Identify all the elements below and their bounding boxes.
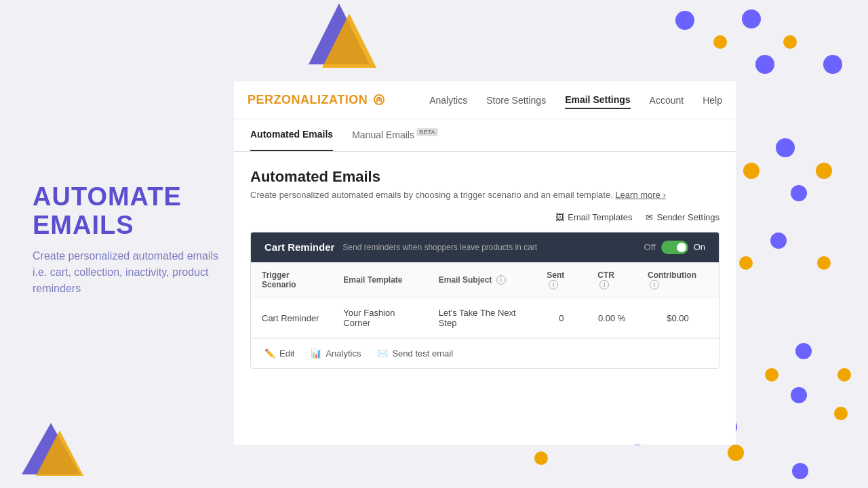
bottom-logo (19, 420, 83, 478)
card-footer: ✏️ Edit 📊 Analytics ✉️ Send test email (251, 338, 719, 368)
navbar: PERZONALIZATION Analytics Store Settings… (234, 81, 736, 119)
nav-help[interactable]: Help (703, 92, 722, 108)
send-test-icon: ✉️ (377, 348, 388, 359)
nav-logo: PERZONALIZATION (248, 93, 384, 107)
page-description: Create personalized automated emails by … (250, 190, 719, 200)
contribution-info-icon: i (650, 280, 659, 289)
th-subject: Email Subject i (428, 262, 536, 298)
hero-title: AUTOMATE EMAILS (33, 183, 229, 240)
content-area: Automated Emails Create personalized aut… (234, 152, 736, 369)
hero-section: AUTOMATE EMAILS Create personalized auto… (33, 183, 229, 297)
hero-subtitle: Create personalized automated emails i.e… (33, 248, 229, 297)
cell-contribution: $0.00 (637, 298, 719, 338)
tab-manual-emails[interactable]: Manual EmailsBETA (352, 119, 438, 151)
toggle-on-label: On (694, 242, 705, 252)
nav-account[interactable]: Account (650, 92, 684, 108)
page-title: Automated Emails (250, 168, 719, 186)
subject-info-icon: i (496, 275, 506, 285)
email-templates-link[interactable]: 🖼 Email Templates (555, 212, 632, 222)
cell-trigger: Cart Reminder (251, 298, 332, 338)
send-test-email-button[interactable]: ✉️ Send test email (377, 348, 453, 359)
edit-icon: ✏️ (264, 348, 275, 359)
tabs-bar: Automated Emails Manual EmailsBETA (234, 119, 736, 152)
sender-settings-icon: ✉ (646, 212, 653, 222)
nav-email-settings[interactable]: Email Settings (565, 92, 630, 109)
learn-more-link[interactable]: Learn more › (615, 190, 665, 200)
th-ctr: CTR i (587, 262, 637, 298)
cart-reminder-card: Cart Reminder Send reminders when shoppe… (250, 232, 719, 369)
card-header: Cart Reminder Send reminders when shoppe… (251, 232, 719, 262)
top-logo (295, 0, 383, 78)
sent-info-icon: i (549, 280, 558, 289)
toggle-off-label: Off (644, 242, 656, 252)
th-sent: Sent i (536, 262, 587, 298)
th-trigger: Trigger Scenario (251, 262, 332, 298)
email-templates-icon: 🖼 (555, 212, 564, 222)
nav-links: Analytics Store Settings Email Settings … (429, 92, 722, 109)
th-template: Email Template (332, 262, 427, 298)
cell-ctr: 0.00 % (587, 298, 637, 338)
nav-analytics[interactable]: Analytics (429, 92, 467, 108)
sender-settings-link[interactable]: ✉ Sender Settings (646, 212, 719, 222)
ctr-info-icon: i (599, 280, 609, 289)
edit-button[interactable]: ✏️ Edit (264, 348, 294, 359)
cell-sent: 0 (536, 298, 587, 338)
analytics-button[interactable]: 📊 Analytics (311, 348, 361, 359)
table-row: Cart Reminder Your Fashion Corner Let's … (251, 298, 719, 338)
table-header-row: Trigger Scenario Email Template Email Su… (251, 262, 719, 298)
cart-reminder-desc: Send reminders when shoppers leave produ… (342, 243, 644, 252)
toggle-wrap: Off On (644, 241, 705, 254)
analytics-icon: 📊 (311, 348, 321, 359)
cart-reminder-title: Cart Reminder (264, 241, 334, 253)
data-table: Trigger Scenario Email Template Email Su… (251, 262, 719, 339)
cart-reminder-toggle[interactable] (661, 241, 688, 254)
th-contribution: Contribution i (637, 262, 719, 298)
nav-store-settings[interactable]: Store Settings (486, 92, 546, 108)
page-body: Automated Emails Manual EmailsBETA Autom… (234, 119, 736, 445)
action-links: 🖼 Email Templates ✉ Sender Settings (250, 212, 719, 222)
cell-template: Your Fashion Corner (332, 298, 427, 338)
tab-automated-emails[interactable]: Automated Emails (250, 119, 333, 151)
cell-subject: Let's Take The Next Step (428, 298, 536, 338)
table-container: Trigger Scenario Email Template Email Su… (251, 262, 719, 339)
